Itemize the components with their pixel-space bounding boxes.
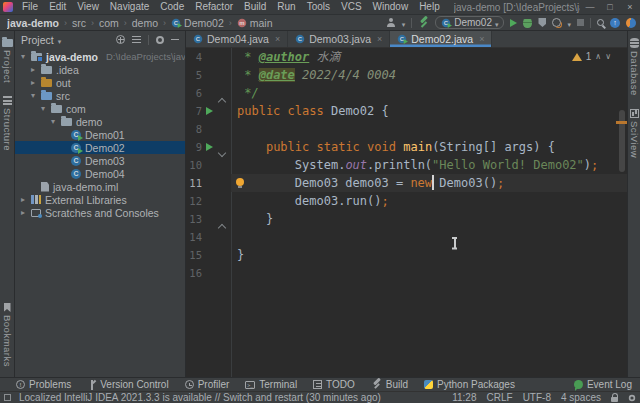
encoding-widget[interactable]: UTF-8 [523, 392, 551, 403]
settings-gear-icon[interactable] [156, 36, 164, 44]
code-line-8[interactable] [231, 120, 627, 138]
notifications-icon[interactable] [626, 18, 636, 28]
next-problem-icon[interactable]: ∨ [605, 52, 611, 61]
chevron-open-icon[interactable]: ▾ [19, 50, 27, 63]
code-line-15[interactable]: } [231, 246, 627, 264]
toolwindow-terminal[interactable]: Terminal [245, 379, 297, 390]
minimize-button[interactable]: — [580, 0, 600, 14]
lock-icon[interactable] [611, 397, 618, 402]
coverage-button-icon[interactable] [538, 18, 546, 27]
toolwindow-python-packages[interactable]: Python Packages [424, 379, 515, 390]
chevron-down-icon[interactable] [58, 34, 62, 46]
menu-window[interactable]: Window [369, 0, 413, 14]
stripe-item-bookmarks[interactable]: Bookmarks [2, 296, 13, 373]
tree-item-demo01[interactable]: Demo01 [15, 128, 185, 141]
breadcrumb-item-src[interactable]: src [72, 17, 86, 29]
run-line-icon[interactable] [202, 141, 216, 153]
warning-stripe-mark[interactable] [616, 121, 627, 124]
tree-item-demo02[interactable]: Demo02 [15, 141, 185, 154]
close-tab-icon[interactable]: × [479, 34, 484, 44]
menu-view[interactable]: View [73, 0, 103, 14]
locate-file-icon[interactable] [116, 35, 125, 44]
chevron-closed-icon[interactable]: ▸ [19, 206, 27, 219]
menu-file[interactable]: File [18, 0, 42, 14]
close-tab-icon[interactable]: × [377, 34, 382, 44]
tree-item-external-libraries[interactable]: ▸External Libraries [15, 193, 185, 206]
run-button-icon[interactable] [510, 19, 517, 27]
update-available-icon[interactable] [610, 18, 620, 28]
menu-edit[interactable]: Edit [45, 0, 70, 14]
caret-position-widget[interactable]: 11:28 [452, 392, 476, 403]
toolwindow-event-log[interactable]: Event Log [574, 379, 632, 390]
breadcrumb-item-demo[interactable]: demo [132, 17, 158, 29]
breadcrumb-item-main[interactable]: main [237, 17, 273, 29]
menu-tools[interactable]: Tools [303, 0, 334, 14]
breadcrumb-item-java-demo[interactable]: java-demo [7, 17, 59, 29]
tree-item-java-demo[interactable]: ▾java-demoD:\IdeaProjects\java-demo [15, 50, 185, 63]
tree-item-src[interactable]: ▾src [15, 89, 185, 102]
menu-build[interactable]: Build [240, 0, 270, 14]
tree-item-scratches-and-consoles[interactable]: ▸Scratches and Consoles [15, 206, 185, 219]
prev-problem-icon[interactable]: ∧ [595, 52, 601, 61]
tree-item-com[interactable]: ▾com [15, 102, 185, 115]
stripe-item-structure[interactable]: Structure [2, 89, 13, 157]
chevron-down-icon[interactable] [567, 17, 571, 29]
editor[interactable]: 4 * @author 水滴5 * @date 2022/4/4 00046 *… [186, 48, 627, 377]
toolwindow-build[interactable]: Build [371, 379, 408, 390]
chevron-open-icon[interactable]: ▾ [49, 115, 57, 128]
indent-widget[interactable]: 4 spaces [561, 392, 601, 403]
search-everywhere-icon[interactable] [597, 19, 604, 26]
menu-vcs[interactable]: VCS [337, 0, 366, 14]
chevron-closed-icon[interactable]: ▸ [29, 76, 37, 89]
inspections-widget[interactable]: 1 ∧ ∨ [572, 51, 611, 62]
hide-panel-icon[interactable] [171, 39, 179, 41]
debug-button-icon[interactable] [523, 18, 532, 28]
tab-demo02-java[interactable]: Demo02.java× [390, 31, 492, 47]
menu-run[interactable]: Run [273, 0, 299, 14]
chevron-open-icon[interactable]: ▾ [39, 102, 47, 115]
breadcrumb-item-demo02[interactable]: Demo02 [171, 17, 224, 29]
menu-navigate[interactable]: Navigate [106, 0, 153, 14]
project-panel-title[interactable]: Project [21, 34, 54, 46]
tab-demo04-java[interactable]: Demo04.java× [186, 31, 288, 47]
tree-item-demo03[interactable]: Demo03 [15, 154, 185, 167]
code-line-16[interactable] [231, 264, 627, 282]
tree-item-out[interactable]: ▸out [15, 76, 185, 89]
tree-item-demo04[interactable]: Demo04 [15, 167, 185, 180]
status-message[interactable]: Localized IntelliJ IDEA 2021.3.3 is avai… [19, 392, 444, 403]
chevron-open-icon[interactable]: ▾ [29, 89, 37, 102]
code-line-12[interactable]: demo03.run(); [231, 192, 627, 210]
profiler-button-icon[interactable] [552, 18, 561, 27]
chevron-closed-icon[interactable]: ▸ [29, 63, 37, 76]
tool-window-switcher-icon[interactable] [4, 394, 11, 401]
code-line-9[interactable]: public static void main(String[] args) { [231, 138, 627, 156]
collapse-all-icon[interactable] [132, 36, 141, 43]
chevron-down-icon[interactable] [402, 17, 406, 29]
code-line-11[interactable]: Demo03 demo03 = new Demo03(); [231, 174, 627, 192]
code-line-13[interactable]: } [231, 210, 627, 228]
maximize-button[interactable]: □ [600, 0, 620, 14]
toolwindow-profiler[interactable]: Profiler [185, 379, 230, 390]
stripe-item-database[interactable]: Database [629, 31, 640, 102]
status-gear-icon[interactable] [629, 394, 635, 400]
breadcrumb-item-com[interactable]: com [99, 17, 119, 29]
code-line-6[interactable]: */ [231, 84, 627, 102]
code-with-me-icon[interactable] [387, 18, 396, 27]
chevron-closed-icon[interactable]: ▸ [19, 193, 27, 206]
close-tab-icon[interactable]: × [275, 34, 280, 44]
tree-item-java-demo-iml[interactable]: java-demo.iml [15, 180, 185, 193]
code-line-4[interactable]: * @author 水滴 [231, 48, 627, 66]
menu-refactor[interactable]: Refactor [191, 0, 237, 14]
code-line-14[interactable] [231, 228, 627, 246]
tree-item-demo[interactable]: ▾demo [15, 115, 185, 128]
code-line-5[interactable]: * @date 2022/4/4 0004 [231, 66, 627, 84]
code-line-10[interactable]: System.out.println("Hello World! Demo02"… [231, 156, 627, 174]
scrollbar-thumb[interactable] [619, 110, 625, 172]
build-hammer-icon[interactable] [418, 17, 429, 28]
menu-help[interactable]: Help [415, 0, 444, 14]
toolwindow-todo[interactable]: TODO [313, 379, 355, 390]
line-separator-widget[interactable]: CRLF [487, 392, 513, 403]
menu-code[interactable]: Code [156, 0, 188, 14]
run-line-icon[interactable] [202, 105, 216, 117]
code-line-7[interactable]: public class Demo02 { [231, 102, 627, 120]
